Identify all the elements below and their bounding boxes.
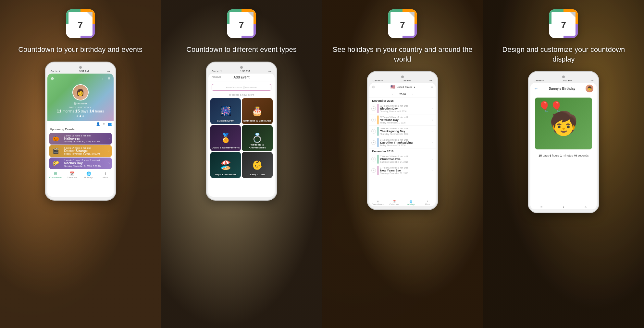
holiday-veterans[interactable]: + 127 days 10 hours 0 min until Veterans… [369, 114, 436, 126]
add-event-title: Add Event [233, 76, 249, 79]
back-btn[interactable]: ← [534, 86, 538, 91]
event-halloween[interactable]: 🎃 2 days 12 hours 8 min until Halloween … [49, 133, 112, 145]
year-display: 2016 [399, 93, 406, 96]
time-3: 1:59 PM [401, 79, 411, 82]
veterans-chevron: › [432, 119, 433, 122]
event-type-trips[interactable]: 🏖️ Trips & Vacations [210, 152, 241, 178]
tab3-countdowns-icon: ⊞ [377, 200, 379, 203]
holiday-day-after[interactable]: + 141 days 10 hours 0 min until Day Afte… [369, 137, 436, 148]
holiday-election[interactable]: + 124 days 10 hours 0 min until Election… [369, 103, 436, 114]
add-icon[interactable]: ＋ [101, 76, 105, 82]
tab3-calendars[interactable]: 📅 Calendars [386, 200, 402, 205]
event-time-halloween: 2 days 12 hours 8 min until [64, 135, 107, 137]
add-election[interactable]: + [371, 106, 376, 111]
wedding-label: Wedding & Anniversaries [242, 143, 273, 149]
holiday-thanksgiving[interactable]: + 140 days 10 hours 0 min until Thanksgi… [369, 126, 436, 137]
time-1: 9:51 AM [79, 70, 89, 73]
event-type-custom[interactable]: 🎆 Custom Event [210, 98, 241, 124]
time-4: 2:01 PM [563, 79, 572, 82]
veterans-until: 127 days 10 hours 0 min until [380, 116, 430, 118]
battery-3: ▪▪▪ [430, 79, 433, 82]
phone-camera-2 [240, 66, 243, 69]
add-thanksgiving[interactable]: + [371, 129, 376, 134]
panel-1-tagline: Countdown to your birthday and events [8, 45, 152, 54]
line-day-after [378, 138, 378, 147]
next-year-btn[interactable]: › [412, 93, 413, 96]
baby-label: Baby Arrival [250, 173, 265, 176]
holiday-body-christmas: 170 days 10 hours 0 min until Christmas … [380, 155, 430, 163]
tab3-countdowns[interactable]: ⊞ Countdowns [369, 200, 386, 205]
thanksgiving-name: Thanksgiving Day [380, 130, 430, 133]
cancel-btn[interactable]: Cancel [212, 76, 221, 79]
person-icon[interactable]: 👤 [96, 122, 100, 126]
tab3-holidays[interactable]: 🌐 Holidays [402, 200, 419, 205]
tab4-settings[interactable]: ⚙ [575, 206, 597, 209]
add-day-after[interactable]: + [371, 140, 376, 145]
event-title-nachos: Nachos Day [64, 161, 107, 165]
holiday-nye[interactable]: + 177 days 10 hours 0 min until New Year… [369, 165, 436, 176]
country-name: United States [397, 86, 412, 88]
menu-icon-3[interactable]: ≡ [431, 85, 433, 89]
christmas-until: 170 days 10 hours 0 min until [380, 155, 430, 158]
countdowns-icon: ⊞ [54, 171, 57, 176]
tab4-share[interactable]: ⬆ [552, 206, 575, 209]
tab-countdowns[interactable]: ⊞ Countdowns [47, 171, 64, 179]
event-search[interactable]: event code or @username [212, 84, 271, 91]
carousel-dots [51, 115, 110, 117]
tab-countdowns-label: Countdowns [49, 176, 62, 179]
settings-icon[interactable]: ⚙ [51, 76, 54, 81]
tab4-list[interactable]: ☰ [530, 206, 552, 209]
tab-calendars[interactable]: 📅 Calendars [64, 171, 80, 179]
event-doctor[interactable]: 🎬 6 days 17 hours 8 min until Doctor Str… [49, 145, 112, 157]
phone-camera-3 [401, 76, 404, 78]
event-img-nachos: 🌮 [49, 158, 62, 169]
add-christmas[interactable]: + [371, 157, 376, 161]
thanksgiving-date: Thursday, November 26, 2016 [380, 133, 430, 135]
event-type-wedding[interactable]: 💍 Wedding & Anniversaries [242, 125, 273, 151]
line-thanksgiving [378, 127, 378, 136]
us-flag: 🇺🇸 [390, 85, 395, 89]
phone-camera-4 [562, 76, 565, 78]
phone-status-4: Carrier ▾ 2:01 PM ▪▪▪ [530, 79, 597, 82]
screen-2: Cancel Add Event Cancel event code or @u… [208, 74, 275, 197]
prev-year-btn[interactable]: ‹ [392, 93, 393, 96]
event-date-doctor: Friday, November 4, 2016, 3:00 AM [64, 153, 107, 155]
add-nye[interactable]: + [371, 168, 376, 173]
event-type-birthday[interactable]: 🎂 Birthdays & Exact Age [242, 98, 273, 124]
battery-1: ▪▪▪ [107, 70, 110, 73]
upload-icon[interactable]: ⬆ [103, 122, 105, 126]
tab-holidays[interactable]: 🌐 Holidays [80, 171, 97, 179]
tab4-settings-icon: ⚙ [585, 206, 587, 209]
divider-3 [483, 0, 483, 328]
menu-icon[interactable]: ≡ [108, 76, 110, 82]
line-election [378, 104, 378, 113]
danny-avatar: 👦 [586, 85, 593, 92]
birthday-countdown: 11 months 15 days 14 hours [51, 109, 110, 113]
tab3-more[interactable]: ℹ More [419, 200, 436, 205]
event-type-baby[interactable]: 👶 Baby Arrival [242, 152, 273, 178]
country-selector[interactable]: 🇺🇸 United States ∨ [390, 85, 415, 89]
holiday-body-nye: 177 days 10 hours 0 min until New Years … [380, 167, 430, 174]
tab-calendars-label: Calendars [67, 176, 77, 179]
nye-chevron: › [432, 169, 433, 172]
spacer: Cancel [262, 76, 271, 79]
event-body-halloween: 2 days 12 hours 8 min until Halloween Su… [62, 134, 109, 144]
thanksgiving-chevron: › [432, 130, 433, 133]
tab-more[interactable]: ℹ More [97, 171, 114, 179]
event-arrow-doctor: › [108, 149, 111, 153]
next-birthday-label: NEXT BIRTHDAY [51, 106, 110, 109]
veterans-date: Friday, November 11, 2016 [380, 122, 430, 124]
day-after-date: Friday, November 25, 2016 [380, 144, 430, 146]
phone-camera-1 [79, 66, 82, 69]
group-icon[interactable]: 👥 [108, 122, 112, 126]
holiday-christmas[interactable]: + 170 days 10 hours 0 min until Christma… [369, 154, 436, 165]
event-type-goals[interactable]: 🏅 Goals & Achievements [210, 125, 241, 151]
settings-icon-3[interactable]: ⚙ [372, 85, 375, 89]
add-veterans[interactable]: + [371, 118, 376, 122]
event-time-doctor: 6 days 17 hours 8 min until [64, 147, 107, 149]
event-img-doctor: 🎬 [49, 145, 62, 157]
app-icon-number-3: 7 [400, 20, 405, 30]
event-nachos[interactable]: 🌮 1 weeks 1 days 17 hours 8 min until Na… [49, 158, 112, 169]
election-chevron: › [432, 107, 433, 110]
panel-3-tagline: See holidays in your country and around … [322, 45, 483, 64]
